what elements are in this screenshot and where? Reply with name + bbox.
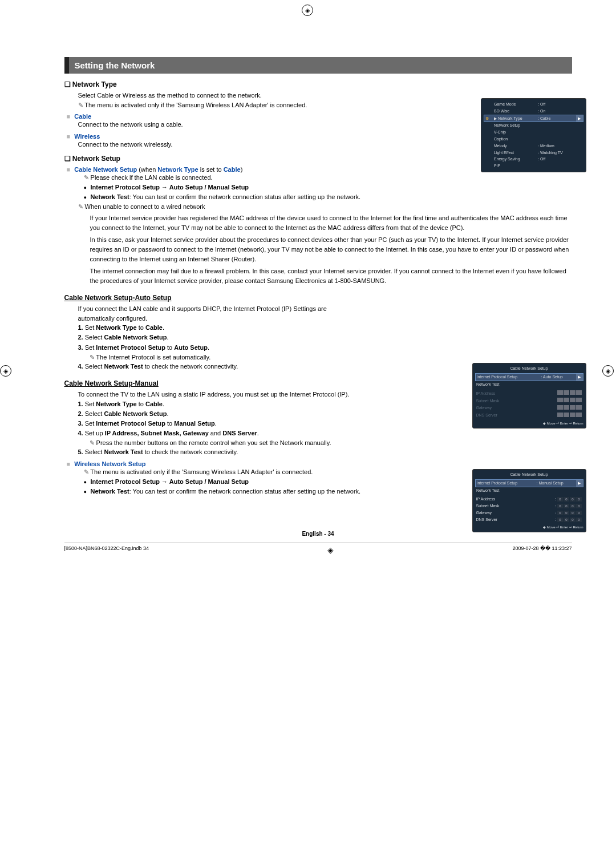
osd-auto: Cable Network Setup Internet Protocol Se… bbox=[472, 363, 586, 428]
ip-setup: Internet Protocol Setup → Auto Setup / M… bbox=[84, 183, 572, 192]
auto-step2: 2. Select Cable Network Setup. bbox=[78, 333, 572, 342]
footer-right: 2009-07-28 �� 11:23:27 bbox=[512, 545, 572, 555]
osd-setup-menu: Game Mode: Off BD Wise: On ⚙▶ Network Ty… bbox=[481, 98, 586, 172]
auto-step3: 3. Set Internet Protocol Setup to Auto S… bbox=[78, 343, 572, 353]
manual-step4: 4. Set up IP Address, Subnet Mask, Gatew… bbox=[78, 428, 572, 438]
auto-intro: If you connect the LAN cable and it supp… bbox=[78, 304, 363, 323]
label-wireless: Wireless bbox=[74, 133, 100, 140]
manual-step4-note: Press the number buttons on the remote c… bbox=[90, 438, 572, 448]
auto-step3-note: The Internet Protocol is set automatical… bbox=[90, 353, 572, 362]
network-test: Network Test: You can test or confirm th… bbox=[84, 192, 572, 202]
para1: If your Internet service provider has re… bbox=[90, 213, 572, 233]
auto-step1: 1. Set Network Type to Cable. bbox=[78, 323, 572, 333]
footer-left: [8500-NA]BN68-02322C-Eng.indb 34 bbox=[64, 545, 149, 555]
osd-manual: Cable Network Setup Internet Protocol Se… bbox=[472, 469, 586, 532]
heading-auto-setup: Cable Network Setup-Auto Setup bbox=[64, 294, 572, 302]
check-lan: Please check if the LAN cable is connect… bbox=[84, 173, 572, 183]
para3: The internet connection may fail due to … bbox=[90, 266, 572, 286]
section-header: Setting the Network bbox=[64, 57, 572, 74]
footer-bar: [8500-NA]BN68-02322C-Eng.indb 34 ◈ 2009-… bbox=[64, 543, 572, 555]
manual-intro: To connect the TV to the LAN using a sta… bbox=[78, 390, 363, 399]
para2: In this case, ask your Internet service … bbox=[90, 235, 572, 264]
unable-note: When unable to connect to a wired networ… bbox=[78, 202, 572, 212]
heading-network-type: Network Type bbox=[64, 80, 572, 88]
item-wireless-setup: Wireless Network Setup bbox=[67, 460, 572, 467]
manual-step5: 5. Select Network Test to check the netw… bbox=[78, 447, 572, 457]
label-cable: Cable bbox=[74, 113, 91, 120]
